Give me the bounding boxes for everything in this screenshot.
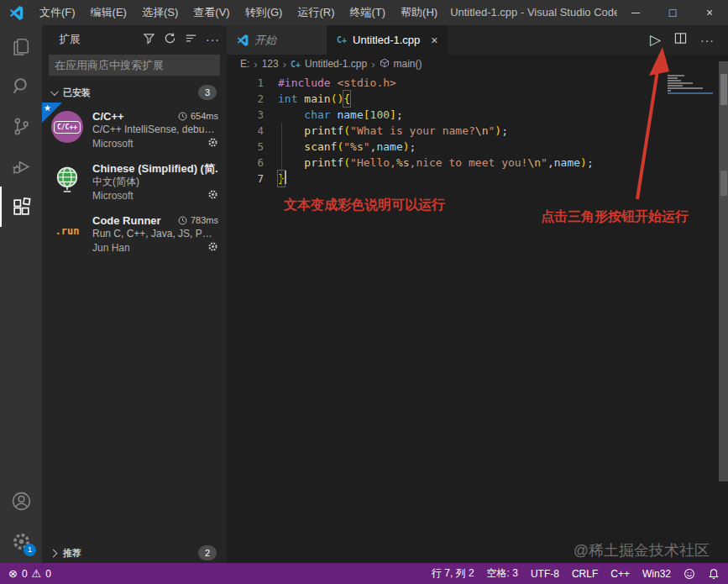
minimize-button[interactable]: ─ [617,0,654,25]
extension-item-cpp[interactable]: ★C/C++C/C++654msC/C++ IntelliSense, debu… [42,103,227,155]
code-line[interactable]: 2int main(){ [227,91,728,107]
refresh-icon[interactable] [164,32,176,47]
tab-untitled-cpp[interactable]: C+ Untitled-1.cpp × [327,25,448,55]
code-token: name [376,139,402,155]
minimap-line [668,90,671,92]
settings-badge: 1 [24,544,36,556]
editor-scrollbar[interactable] [719,61,728,481]
menu-item-5[interactable]: 运行(R) [290,0,342,25]
code-token: \n [475,123,489,139]
code-token: name [337,107,363,123]
extension-publisher-row: Jun Han [92,241,218,255]
status-item-4[interactable]: C++ [610,568,630,580]
code-line[interactable]: 7} [227,171,728,187]
extension-publisher: Jun Han [92,242,130,255]
extension-item-run[interactable]: .runCode Runner783msRun C, C++, Java, JS… [42,207,227,259]
extension-name: Chinese (Simplified) (简... [92,162,218,175]
minimap-line [668,80,681,82]
code-token [278,107,304,123]
extension-publisher-row: Microsoft [92,137,218,151]
tab-close-icon[interactable]: × [431,34,437,47]
tab-welcome[interactable]: 开始 [227,25,327,55]
code-token: ; [396,107,403,123]
line-number: 2 [227,91,278,107]
line-number: 5 [227,139,278,155]
code-token: " [343,139,350,155]
menu-item-7[interactable]: 帮助(H) [393,0,445,25]
minimap[interactable] [668,75,713,94]
editor-more-actions-icon[interactable]: ··· [700,34,715,47]
watermark: @稀土掘金技术社区 [573,540,710,560]
extension-item-globe[interactable]: Chinese (Simplified) (简...中文(简体)Microsof… [42,155,227,207]
gear-icon[interactable] [207,137,218,151]
menu-item-2[interactable]: 选择(S) [134,0,186,25]
scrollbar-mark [720,171,727,196]
filter-icon[interactable] [143,32,155,47]
code-line[interactable]: 3 char name[100]; [227,107,728,123]
menu-item-4[interactable]: 转到(G) [238,0,291,25]
tab-untitled-label: Untitled-1.cpp [353,34,420,46]
code-editor[interactable]: 1#include <stdio.h>2int main(){3 char na… [227,73,728,187]
code-token: ( [343,155,350,171]
run-code-button[interactable]: ▷ [650,33,661,47]
minimap-line [668,85,683,87]
breadcrumb-item[interactable]: 123 [262,58,279,70]
maximize-button[interactable]: □ [654,0,691,25]
menu-item-0[interactable]: 文件(F) [32,0,83,25]
code-token: 100 [370,107,390,123]
source-control-icon[interactable] [0,106,42,146]
notifications-bell-icon[interactable] [708,568,720,580]
code-line[interactable]: 4 printf("What is your name?\n"); [227,123,728,139]
code-line[interactable]: 1#include <stdio.h> [227,75,728,91]
code-line[interactable]: 5 scanf("%s",name); [227,139,728,155]
menu-item-6[interactable]: 终端(T) [342,0,393,25]
clear-search-results-icon[interactable] [185,32,197,47]
run-debug-icon[interactable] [0,146,42,187]
extension-description: 中文(简体) [92,176,218,188]
status-item-5[interactable]: Win32 [642,568,671,580]
account-icon[interactable] [0,481,42,521]
breadcrumb-item[interactable]: Untitled-1.cpp [305,58,367,70]
code-line[interactable]: 6 printf("Hello,%s,nice to meet you!\n",… [227,155,728,171]
gear-icon[interactable] [207,241,218,255]
status-item-2[interactable]: UTF-8 [531,568,559,580]
status-item-0[interactable]: 行 7, 列 2 [432,566,474,581]
more-actions-icon[interactable]: ··· [206,33,220,46]
settings-gear-icon[interactable]: 1 [0,521,42,561]
status-item-3[interactable]: CRLF [572,568,598,580]
code-token: char [304,107,330,123]
breadcrumb-item[interactable]: main() [394,58,422,70]
split-editor-icon[interactable] [674,32,687,48]
extensions-icon[interactable] [0,187,42,227]
breadcrumb-separator-icon: › [371,58,374,71]
installed-section-header[interactable]: 已安装 3 [42,82,227,103]
breadcrumb[interactable]: E:›123›C+Untitled-1.cpp›main() [227,55,728,73]
search-icon[interactable] [0,66,42,106]
code-token: #include [278,75,331,91]
cpp-file-icon: C+ [291,60,301,69]
recommended-section-header[interactable]: 推荐 2 [42,543,227,563]
feedback-icon[interactable] [683,568,695,580]
gear-icon[interactable] [207,189,218,203]
tab-bar: 开始 C+ Untitled-1.cpp × ▷ ··· [227,25,728,55]
status-item-1[interactable]: 空格: 3 [487,566,518,581]
errors-icon[interactable]: ⊗ [8,567,18,580]
errors-count[interactable]: 0 [22,568,28,580]
menu-item-1[interactable]: 编辑(E) [83,0,134,25]
code-token: ) [580,155,587,171]
warnings-count[interactable]: 0 [45,568,51,580]
vscode-logo-icon [237,34,249,46]
menu-bar: 文件(F)编辑(E)选择(S)查看(V)转到(G)运行(R)终端(T)帮助(H) [32,0,445,25]
extension-publisher: Microsoft [92,138,134,150]
code-token: , [370,139,377,155]
warnings-icon[interactable]: ⚠ [32,567,42,580]
explorer-icon[interactable] [0,25,42,66]
scrollbar-thumb[interactable] [720,74,727,105]
menu-item-3[interactable]: 查看(V) [186,0,237,25]
code-token: ; [410,139,416,155]
close-button[interactable]: × [691,0,728,25]
breadcrumb-item[interactable]: E: [240,58,249,70]
code-token: " [364,139,370,155]
extensions-search-input[interactable]: 在应用商店中搜索扩展 [49,55,220,76]
code-token: printf [304,155,343,171]
